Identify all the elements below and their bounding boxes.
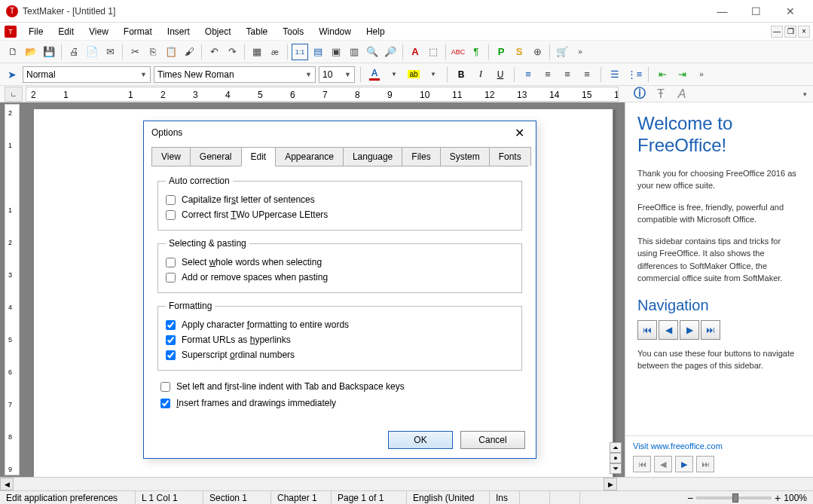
menu-view[interactable]: View: [81, 24, 116, 39]
tab-edit[interactable]: Edit: [241, 147, 277, 166]
zoom-in-icon[interactable]: +: [775, 492, 781, 504]
nonprinting-icon[interactable]: ¶: [468, 44, 484, 60]
zoom-out-icon[interactable]: −: [687, 492, 693, 504]
shop-icon[interactable]: 🛒: [554, 44, 570, 60]
tab-fonts[interactable]: Fonts: [489, 147, 531, 166]
tab-view[interactable]: View: [151, 147, 191, 166]
sidebar-link[interactable]: Visit www.freeoffice.com: [633, 441, 723, 451]
page-nav-select-icon[interactable]: ●: [610, 453, 622, 463]
checkbox-input[interactable]: [166, 210, 176, 220]
foot-nav-first-button[interactable]: ⏮: [633, 456, 651, 472]
menu-object[interactable]: Object: [197, 24, 239, 39]
tab-appearance[interactable]: Appearance: [275, 147, 344, 166]
font-size-combo[interactable]: 10▼: [319, 66, 355, 83]
menu-tools[interactable]: Tools: [275, 24, 311, 39]
zoom-slider[interactable]: [696, 496, 772, 499]
presentation-icon[interactable]: P: [493, 44, 509, 60]
paste-icon[interactable]: 📋: [163, 44, 179, 60]
checkbox-input[interactable]: [166, 320, 176, 330]
vertical-ruler[interactable]: 21123456789: [5, 104, 20, 475]
align-justify-icon[interactable]: ≡: [579, 66, 595, 83]
email-icon[interactable]: ✉: [102, 44, 118, 60]
doc-restore-button[interactable]: ❐: [784, 26, 796, 38]
zoom-page-icon[interactable]: 🔎: [382, 44, 399, 60]
align-center-icon[interactable]: ≡: [539, 66, 556, 83]
tab-system[interactable]: System: [440, 147, 490, 166]
page-nav-up-icon[interactable]: ⏶: [610, 442, 622, 453]
paragraph-style-combo[interactable]: Normal▼: [23, 66, 151, 83]
sidebar-close-caret[interactable]: ▾: [803, 90, 807, 98]
checkbox-option[interactable]: Capitalize first letter of sentences: [166, 192, 514, 207]
font-color-caret-icon[interactable]: ▼: [386, 66, 402, 83]
nav-next-button[interactable]: ▶: [680, 320, 699, 340]
spreadsheet-icon[interactable]: S: [511, 44, 527, 60]
fmt-overflow-icon[interactable]: »: [693, 66, 710, 83]
align-right-icon[interactable]: ≡: [559, 66, 576, 83]
font-color-icon[interactable]: A: [366, 66, 383, 83]
menu-edit[interactable]: Edit: [50, 24, 81, 39]
nav-last-button[interactable]: ⏭: [701, 320, 720, 340]
manager-icon[interactable]: ⊕: [529, 44, 546, 60]
sidebar-info-icon[interactable]: ⓘ: [632, 87, 647, 102]
tab-files[interactable]: Files: [402, 147, 440, 166]
menu-window[interactable]: Window: [311, 24, 359, 39]
foot-nav-prev-button[interactable]: ◀: [654, 456, 672, 472]
doc-min-button[interactable]: —: [771, 26, 783, 38]
special-char-icon[interactable]: æ: [267, 44, 283, 60]
bullet-list-icon[interactable]: ⋮≡: [626, 66, 643, 83]
checkbox-input[interactable]: [166, 195, 176, 205]
horizontal-ruler[interactable]: 21 1234567891011121314151617: [26, 87, 619, 102]
checkbox-input[interactable]: [166, 350, 176, 360]
columns-icon[interactable]: ▥: [346, 44, 362, 60]
checkbox-option[interactable]: Format URLs as hyperlinks: [166, 332, 514, 347]
checkbox-input[interactable]: [166, 273, 176, 283]
decrease-indent-icon[interactable]: ⇤: [654, 66, 671, 83]
cancel-button[interactable]: Cancel: [460, 431, 525, 449]
close-button[interactable]: ✕: [773, 0, 807, 23]
checkbox-option[interactable]: Superscript ordinal numbers: [166, 347, 514, 362]
new-icon[interactable]: 🗋: [5, 44, 21, 60]
insert-table-icon[interactable]: ▦: [249, 44, 265, 60]
form-icon[interactable]: ▤: [310, 44, 326, 60]
tab-stop-selector[interactable]: ∟: [5, 87, 23, 102]
status-lang[interactable]: English (United: [407, 491, 490, 504]
hscroll-right-icon[interactable]: ▶: [604, 478, 617, 490]
font-color-option-icon[interactable]: A: [407, 44, 423, 60]
border-icon[interactable]: ▣: [328, 44, 344, 60]
font-family-combo[interactable]: Times New Roman▼: [154, 66, 316, 83]
overflow-icon[interactable]: »: [572, 44, 588, 60]
redo-icon[interactable]: ↷: [224, 44, 240, 60]
nav-first-button[interactable]: ⏮: [637, 320, 657, 340]
menu-table[interactable]: Table: [239, 24, 276, 39]
zoom-value[interactable]: 100%: [784, 493, 807, 503]
checkbox-input[interactable]: [160, 382, 170, 392]
checkbox-option[interactable]: Apply character formatting to entire wor…: [166, 317, 514, 332]
numbered-list-icon[interactable]: ☰: [607, 66, 623, 83]
menu-format[interactable]: Format: [116, 24, 160, 39]
sidebar-style-icon[interactable]: A: [674, 87, 689, 102]
page-nav-down-icon[interactable]: ⏷: [610, 463, 622, 474]
doc-close-button[interactable]: ×: [798, 26, 810, 38]
bold-icon[interactable]: B: [453, 66, 469, 83]
highlight-icon[interactable]: ab: [405, 66, 422, 83]
zoom-icon[interactable]: 🔍: [364, 44, 381, 60]
dialog-close-button[interactable]: ✕: [510, 124, 528, 142]
checkbox-input[interactable]: [166, 258, 176, 267]
copy-icon[interactable]: ⎘: [145, 44, 161, 60]
tab-language[interactable]: Language: [343, 147, 402, 166]
align-left-icon[interactable]: ≡: [520, 66, 536, 83]
undo-icon[interactable]: ↶: [206, 44, 222, 60]
checkbox-option[interactable]: Select whole words when selecting: [166, 255, 514, 270]
nav-prev-button[interactable]: ◀: [659, 320, 678, 340]
status-insert-mode[interactable]: Ins: [490, 491, 520, 504]
italic-icon[interactable]: I: [472, 66, 489, 83]
menu-help[interactable]: Help: [359, 24, 393, 39]
ok-button[interactable]: OK: [388, 431, 453, 449]
format-paint-icon[interactable]: 🖌: [181, 44, 197, 60]
object-mode-icon[interactable]: ➤: [5, 67, 20, 82]
underline-icon[interactable]: U: [492, 66, 509, 83]
open-icon[interactable]: 📂: [23, 44, 39, 60]
tab-general[interactable]: General: [190, 147, 242, 166]
spellcheck-icon[interactable]: ABC: [450, 44, 466, 60]
header-icon[interactable]: 1:1: [292, 44, 308, 60]
